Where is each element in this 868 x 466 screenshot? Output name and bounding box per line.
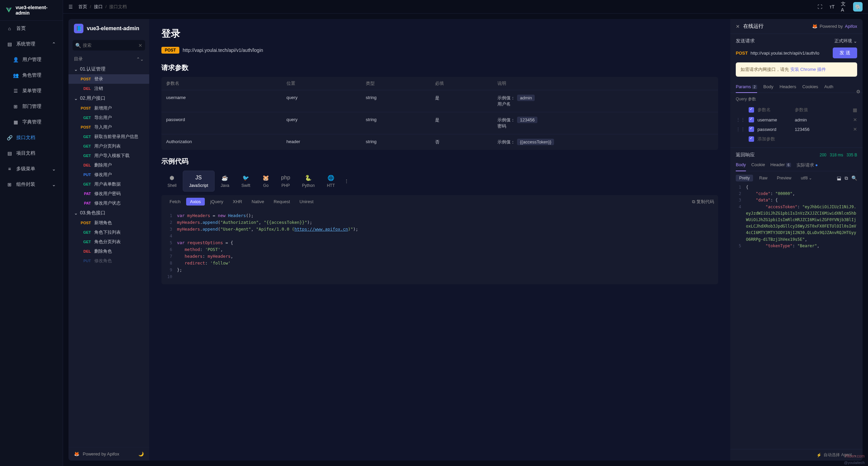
tool-preview[interactable]: Preview [773,175,795,181]
doc-logo-icon: 📘 [74,24,83,33]
sub-tab-xhr[interactable]: XHR [229,198,246,206]
resp-tab-body[interactable]: Body [736,162,746,171]
copy-response-icon[interactable]: ⧉ [845,175,848,181]
fullscreen-icon[interactable]: ⛶ [816,3,823,10]
toc-item[interactable]: DEL删除角色 [68,247,149,256]
toc-item[interactable]: POST导入用户 [68,122,149,132]
tab-auth[interactable]: Auth [824,84,833,93]
check-all[interactable] [749,107,754,113]
env-select[interactable]: 正式环境 ⌄ [834,38,857,44]
dept-icon: ⊞ [13,104,18,109]
toc-item[interactable]: GET导出用户 [68,113,149,122]
menu-menu-manage[interactable]: ☰ 菜单管理 [0,83,63,99]
sub-tab-axios[interactable]: Axios [186,198,205,206]
collapse-all-icon[interactable]: ⌃⌄ [136,57,144,62]
sub-tab-unirest[interactable]: Unirest [295,198,317,206]
sidebar-collapse-icon[interactable]: ☰ [68,4,73,9]
toc-item[interactable]: PAT修改用户密码 [68,189,149,198]
th-name: 参数名 [161,77,282,90]
breadcrumb-home[interactable]: 首页 [78,4,87,10]
save-response-icon[interactable]: ⬓ [837,175,841,181]
language-icon[interactable]: 文A [841,3,848,10]
menu-dept-manage[interactable]: ⊞ 部门管理 [0,99,63,114]
menu-api-doc[interactable]: 🔗 接口文档 [0,130,63,145]
lang-tab-java[interactable]: ☕Java [215,171,235,191]
tab-body[interactable]: Body [763,84,773,93]
lang-tab-php[interactable]: phpPHP [275,171,296,191]
app-logo[interactable]: vue3-element-admin [0,0,63,21]
toc-item[interactable]: POST新增角色 [68,218,149,228]
page-title: 登录 [161,27,718,40]
toc-item-login[interactable]: POST登录 [68,74,149,84]
delete-icon[interactable]: ✕ [853,127,857,132]
toc-item[interactable]: GET获取当前登录用户信息 [68,132,149,141]
toc-item[interactable]: GET角色下拉列表 [68,228,149,237]
checkbox[interactable] [749,127,754,132]
menu-dict-manage[interactable]: ▦ 字典管理 [0,114,63,130]
resp-tab-actual[interactable]: 实际请求● [796,162,818,171]
drag-handle-icon[interactable]: ⋮⋮ [736,127,745,132]
app-sidebar: vue3-element-admin ⌂ 首页 ▤ 系统管理 ⌃ 👤 用户管理 … [0,0,63,466]
resp-tab-header[interactable]: Header6 [770,162,791,171]
sub-tab-request[interactable]: Request [270,198,294,206]
menu-system[interactable]: ▤ 系统管理 ⌃ [0,36,63,52]
menu-user-manage[interactable]: 👤 用户管理 [0,52,63,67]
toc-item[interactable]: GET用户表单数据 [68,179,149,189]
tab-params[interactable]: Params2 [736,84,757,93]
install-plugin-link[interactable]: 安装 Chrome 插件 [790,67,826,72]
toc-item[interactable]: GET角色分页列表 [68,237,149,247]
copy-code-button[interactable]: ⧉ 复制代码 [692,199,714,205]
lang-tab-python[interactable]: 🐍Python [296,171,321,191]
toc-item[interactable]: GET用户分页列表 [68,141,149,151]
toc-item[interactable]: PAT修改用户状态 [68,198,149,208]
auto-agent[interactable]: ⚡ 自动选择 Agent ⌄ [730,449,863,461]
close-icon[interactable]: ✕ [736,24,740,29]
sub-tab-native[interactable]: Native [248,198,268,206]
more-langs-icon[interactable]: ⋮ [341,175,352,187]
chevron-down-icon: ⌄ [74,66,78,72]
tool-raw[interactable]: Raw [756,175,771,181]
checkbox[interactable] [749,136,754,142]
menu-proj-doc[interactable]: ▤ 项目文档 [0,145,63,161]
toc-item[interactable]: GET用户导入模板下载 [68,151,149,160]
toc-group-user[interactable]: ⌄02.用户接口 [68,93,149,103]
search-input[interactable] [73,40,145,51]
lang-tab-htt[interactable]: 🌐HTT [321,171,341,191]
toc-item[interactable]: PUT修改角色 [68,256,149,266]
settings-gear-icon[interactable]: ⚙ [854,87,863,96]
tab-cookies[interactable]: Cookies [802,84,818,93]
add-param-row[interactable]: ⋮⋮ 添加参数 [736,134,857,144]
tool-pretty[interactable]: Pretty [736,175,753,181]
tab-headers[interactable]: Headers [780,84,796,93]
sub-tab-fetch[interactable]: Fetch [165,198,185,206]
toc-item[interactable]: PUT修改用户 [68,170,149,179]
user-avatar[interactable]: 🐘 [853,2,863,12]
menu-role-manage[interactable]: 👥 角色管理 [0,67,63,83]
toc-item-logout[interactable]: DEL注销 [68,84,149,93]
breadcrumb-api[interactable]: 接口 [94,4,103,10]
drag-handle-icon[interactable]: ⋮⋮ [736,117,745,122]
clear-icon[interactable]: ✕ [138,43,142,48]
theme-toggle-icon[interactable]: 🌙 [138,451,144,457]
lang-tab-javascript[interactable]: JSJavaScript [183,171,215,192]
send-button[interactable]: 发 送 [833,47,857,58]
lang-tab-swift[interactable]: 🐦Swift [235,171,256,191]
toc-group-auth[interactable]: ⌄01.认证管理 [68,64,149,74]
menu-multi[interactable]: ≡ 多级菜单 ⌄ [0,161,63,177]
toc-group-role[interactable]: ⌄03.角色接口 [68,208,149,218]
lang-tab-go[interactable]: 🐹Go [256,171,275,191]
bulk-edit-icon[interactable]: ▦ [853,107,857,113]
tool-encoding[interactable]: utf8 ⌄ [797,175,815,181]
menu-comp-pkg[interactable]: ⊞ 组件封装 ⌄ [0,177,63,192]
toc-item[interactable]: DEL删除用户 [68,160,149,170]
lang-tab-shell[interactable]: ⬢Shell [161,171,183,191]
checkbox[interactable] [749,117,754,122]
url-input[interactable]: http://vapi.youlai.tech/api/v1/auth/lo [750,51,830,56]
sub-tab-jquery[interactable]: jQuery [206,198,227,206]
delete-icon[interactable]: ✕ [853,117,857,122]
search-response-icon[interactable]: 🔍 [851,175,857,181]
resp-tab-cookie[interactable]: Cookie [751,162,765,171]
font-size-icon[interactable]: тT [829,3,835,10]
menu-home[interactable]: ⌂ 首页 [0,21,63,36]
toc-item[interactable]: POST新增用户 [68,103,149,113]
